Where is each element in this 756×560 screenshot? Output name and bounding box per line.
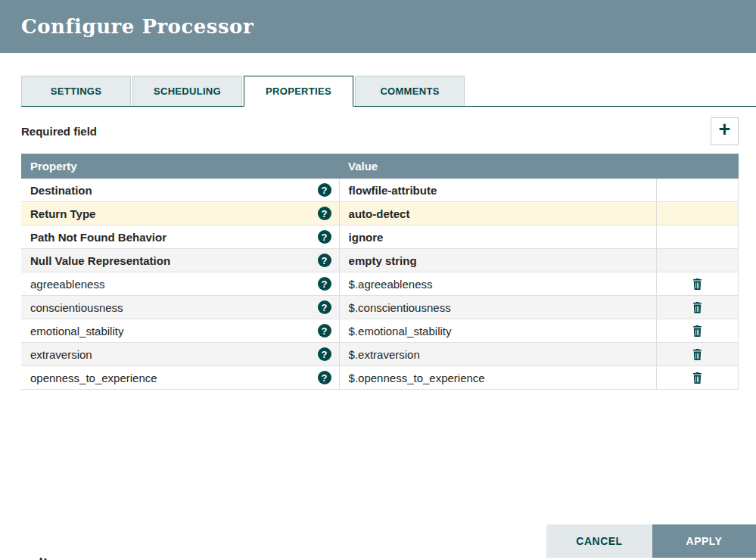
property-value: $.openness_to_experience	[349, 372, 485, 384]
property-value: ignore	[349, 231, 384, 244]
background-canvas-artifact	[39, 555, 61, 560]
help-icon[interactable]: ?	[318, 207, 331, 220]
trash-icon	[692, 372, 702, 384]
table-row[interactable]: Null Value Representation ? empty string	[21, 249, 739, 272]
trash-icon	[692, 278, 702, 290]
tab-label: SCHEDULING	[154, 86, 221, 97]
table-row[interactable]: openness_to_experience ? $.openness_to_e…	[21, 366, 739, 390]
tab-label: COMMENTS	[380, 86, 439, 97]
tab-label: SETTINGS	[51, 86, 101, 97]
table-row[interactable]: agreeableness ? $.agreeableness	[21, 272, 739, 296]
value-cell[interactable]: $.agreeableness	[339, 272, 657, 295]
action-cell	[656, 296, 738, 319]
property-name: Null Value Representation	[30, 254, 170, 267]
value-cell[interactable]: flowfile-attribute	[339, 179, 657, 201]
help-icon[interactable]: ?	[318, 254, 331, 267]
action-cell	[656, 202, 738, 225]
trash-icon	[692, 349, 702, 360]
property-name: Destination	[30, 184, 92, 197]
delete-button[interactable]	[692, 302, 702, 313]
value-cell[interactable]: $.emotional_stability	[339, 319, 657, 342]
table-row[interactable]: Return Type ? auto-detect	[21, 202, 739, 226]
dialog-header: Configure Processor	[0, 0, 756, 53]
property-name: extraversion	[30, 348, 92, 361]
value-cell[interactable]: $.openness_to_experience	[339, 366, 657, 389]
property-name: emotional_stability	[30, 325, 123, 338]
dialog-footer: CANCEL APPLY	[546, 524, 756, 558]
value-cell[interactable]: empty string	[339, 249, 657, 272]
property-value: $.extraversion	[349, 348, 420, 361]
property-cell: Path Not Found Behavior ?	[21, 226, 339, 248]
help-icon[interactable]: ?	[318, 230, 331, 244]
tab-scheduling[interactable]: SCHEDULING	[132, 76, 242, 106]
table-row[interactable]: emotional_stability ? $.emotional_stabil…	[21, 319, 739, 343]
add-property-button[interactable]: +	[711, 117, 739, 145]
property-cell: Return Type ?	[21, 202, 339, 225]
toolbar-row: Required field +	[21, 116, 739, 146]
help-icon[interactable]: ?	[318, 324, 331, 338]
tab-bar: SETTINGS SCHEDULING PROPERTIES COMMENTS	[21, 76, 756, 107]
property-cell: emotional_stability ?	[21, 319, 339, 342]
apply-button[interactable]: APPLY	[652, 524, 756, 558]
required-field-label: Required field	[21, 125, 97, 138]
trash-icon	[692, 325, 702, 337]
value-cell[interactable]: ignore	[339, 226, 657, 248]
property-value: auto-detect	[349, 207, 410, 220]
action-cell	[656, 343, 738, 366]
action-cell	[656, 226, 738, 248]
action-cell	[656, 249, 738, 272]
table-row[interactable]: conscientiousness ? $.conscientiousness	[21, 296, 739, 319]
table-row[interactable]: extraversion ? $.extraversion	[21, 343, 739, 366]
property-cell: extraversion ?	[21, 343, 339, 366]
cancel-button[interactable]: CANCEL	[546, 524, 652, 558]
tab-label: PROPERTIES	[266, 86, 331, 97]
property-name: openness_to_experience	[30, 372, 157, 384]
help-icon[interactable]: ?	[318, 277, 331, 291]
action-cell	[656, 319, 738, 342]
dialog-title: Configure Processor	[21, 15, 254, 38]
property-cell: Null Value Representation ?	[21, 249, 339, 272]
help-icon[interactable]: ?	[318, 183, 331, 197]
table-header: Property Value	[21, 154, 739, 179]
property-cell: agreeableness ?	[21, 272, 339, 295]
property-name: Return Type	[30, 207, 95, 220]
tab-properties[interactable]: PROPERTIES	[244, 76, 353, 107]
tab-settings[interactable]: SETTINGS	[21, 76, 131, 106]
property-cell: conscientiousness ?	[21, 296, 339, 319]
value-cell[interactable]: auto-detect	[339, 202, 657, 225]
column-header-value: Value	[339, 160, 657, 173]
property-name: conscientiousness	[30, 301, 123, 314]
delete-button[interactable]	[692, 278, 702, 290]
help-icon[interactable]: ?	[318, 347, 331, 361]
delete-button[interactable]	[692, 372, 702, 384]
tab-comments[interactable]: COMMENTS	[355, 76, 465, 106]
property-value: $.agreeableness	[349, 278, 433, 291]
property-name: Path Not Found Behavior	[30, 231, 166, 244]
value-cell[interactable]: $.extraversion	[339, 343, 657, 366]
table-body: Destination ? flowfile-attribute Return …	[21, 179, 739, 390]
properties-table: Property Value Destination ? flowfile-at…	[21, 154, 739, 390]
column-header-property: Property	[21, 160, 339, 173]
property-value: flowfile-attribute	[349, 184, 437, 197]
action-cell	[656, 179, 738, 201]
value-cell[interactable]: $.conscientiousness	[339, 296, 657, 319]
table-row[interactable]: Destination ? flowfile-attribute	[21, 179, 739, 202]
delete-button[interactable]	[692, 325, 702, 337]
help-icon[interactable]: ?	[318, 300, 331, 314]
property-cell: openness_to_experience ?	[21, 366, 339, 389]
help-icon[interactable]: ?	[318, 371, 331, 384]
delete-button[interactable]	[692, 349, 702, 360]
action-cell	[656, 366, 738, 389]
property-value: $.conscientiousness	[349, 301, 451, 314]
property-value: empty string	[349, 254, 417, 267]
property-cell: Destination ?	[21, 179, 339, 201]
property-value: $.emotional_stability	[349, 325, 452, 338]
action-cell	[656, 272, 738, 295]
plus-icon: +	[719, 120, 731, 140]
trash-icon	[692, 302, 702, 313]
property-name: agreeableness	[30, 278, 104, 291]
table-row[interactable]: Path Not Found Behavior ? ignore	[21, 226, 739, 249]
